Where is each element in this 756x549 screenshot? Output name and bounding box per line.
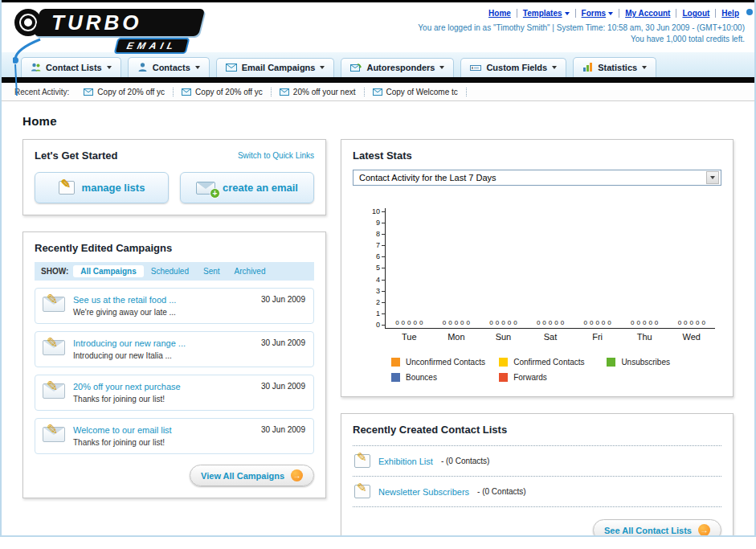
chart-value-label: 0 [595, 319, 599, 326]
chart-value-label: 0 [501, 319, 505, 326]
chart-value-label: 0 [590, 319, 593, 326]
pencil-glyph: ✎ [47, 334, 58, 351]
chevron-down-icon [565, 12, 570, 15]
chart-value-label: 0 [684, 319, 687, 326]
chevron-down-icon [195, 66, 200, 69]
pencil-glyph: ✎ [47, 378, 58, 395]
chart-plot-area: 00000000000000000000000000000000000 [385, 208, 715, 329]
chart-y-tick: 6 [376, 253, 385, 260]
top-link-templates[interactable]: Templates [517, 9, 575, 18]
select-dropdown-icon[interactable] [706, 171, 719, 184]
recent-activity-item[interactable]: Copy of 20% off yc [76, 88, 174, 96]
top-link-help[interactable]: Help [716, 9, 745, 18]
top-link-logout[interactable]: Logout [676, 9, 715, 18]
view-all-campaigns-button[interactable]: View All Campaigns → [190, 465, 314, 486]
contact-list-detail: - (0 Contacts) [477, 487, 526, 496]
top-link-forms[interactable]: Forms [576, 9, 619, 18]
chart-bar-group: 00000 [386, 208, 433, 328]
switch-quick-links-link[interactable]: Switch to Quick Links [238, 151, 314, 160]
top-link-my-account[interactable]: My Account [619, 9, 676, 18]
chart-bar-group: 00000 [574, 208, 621, 328]
manage-lists-label: manage lists [82, 182, 145, 194]
chart-y-tick: 4 [376, 277, 385, 284]
chart-legend-item: Unsubscribes [607, 358, 714, 367]
chevron-down-icon [642, 66, 647, 69]
campaign-subtitle: Thanks for joining our list! [73, 395, 181, 404]
campaign-row[interactable]: ✎ 20% off your next purchase Thanks for … [35, 375, 314, 411]
nav-tab-statistics[interactable]: Statistics [573, 57, 656, 77]
latest-stats-title: Latest Stats [353, 150, 721, 162]
chart-x-tick-label: Wed [668, 329, 715, 342]
pencil-glyph: ✎ [357, 481, 367, 495]
pencil-paper-icon: ✎ [354, 485, 370, 498]
nav-tab-autoresponders[interactable]: Autoresponders [341, 58, 454, 77]
manage-lists-button[interactable]: ✎ manage lists [35, 172, 169, 203]
left-column: Let's Get Started Switch to Quick Links … [22, 139, 326, 514]
arrow-right-icon: → [291, 469, 303, 481]
recent-activity-item[interactable]: 20% off your next [272, 88, 365, 96]
filter-tab-scheduled[interactable]: Scheduled [144, 265, 196, 277]
custom-fields-icon [470, 63, 481, 72]
autoresponders-icon [350, 64, 362, 72]
logo-word-turbo: TURBO [51, 10, 141, 35]
nav-tab-contact-lists[interactable]: Contact Lists [21, 57, 121, 77]
get-started-title: Let's Get Started [35, 150, 118, 162]
recent-activity-text: Copy of 20% off yc [195, 88, 263, 96]
pencil-paper-icon: ✎ [354, 454, 370, 468]
stats-period-select[interactable]: Contact Activity for the Last 7 Days [353, 170, 721, 186]
header-right: Home Templates Forms My Account Logout H… [418, 7, 745, 51]
campaign-row[interactable]: ✎ Introducing our new range ... Introduc… [35, 331, 314, 367]
nav-tab-contacts[interactable]: Contacts [128, 57, 210, 77]
chart-value-label: 0 [407, 319, 411, 326]
filter-tab-sent[interactable]: Sent [196, 265, 227, 277]
main-content: Home Let's Get Started Switch to Quick L… [2, 101, 754, 537]
chart-value-label: 0 [419, 319, 423, 326]
nav-tab-email-campaigns[interactable]: Email Campaigns [216, 58, 335, 77]
chart-y-tick: 3 [376, 288, 385, 295]
recent-activity-item[interactable]: Copy of Welcome tc [365, 88, 467, 96]
chart-x-tick-label: Thu [621, 329, 668, 342]
chart-x-tick-label: Tue [386, 329, 433, 342]
nav-tab-custom-fields[interactable]: Custom Fields [460, 58, 566, 77]
campaign-row[interactable]: ✎ See us at the retail food ... We're gi… [35, 288, 314, 324]
turbo-email-logo: TURBO EMAIL [13, 7, 238, 52]
contact-list-name-link[interactable]: Exhibition List [378, 457, 433, 466]
main-nav: Contact Lists Contacts Email Campaigns A… [2, 52, 754, 77]
campaign-title-link[interactable]: Welcome to our email list [73, 425, 172, 435]
campaign-title-link[interactable]: Introducing our new range ... [73, 338, 186, 348]
top-link-wrap: Forms [575, 9, 619, 18]
nav-tab-label: Custom Fields [486, 63, 547, 72]
see-all-contact-lists-button[interactable]: See All Contact Lists → [593, 519, 721, 537]
campaign-title-link[interactable]: 20% off your next purchase [73, 382, 181, 391]
filter-tab-archived[interactable]: Archived [227, 265, 273, 277]
contact-list-item[interactable]: ✎ Exhibition List - (0 Contacts) [353, 446, 721, 477]
latest-stats-panel: Latest Stats Contact Activity for the La… [341, 139, 734, 397]
contact-list-name-link[interactable]: Newsletter Subscribers [378, 487, 469, 497]
chart-bar-group: 00000 [433, 208, 480, 328]
legend-label: Bounces [406, 373, 437, 382]
create-email-button[interactable]: + create an email [180, 172, 314, 203]
chart-x-tick-label: Sun [480, 329, 527, 342]
top-link-home[interactable]: Home [483, 9, 517, 18]
contact-list-item[interactable]: ✎ Newsletter Subscribers - (0 Contacts) [353, 477, 721, 507]
top-link-label: My Account [625, 9, 670, 18]
right-column: Latest Stats Contact Activity for the La… [341, 139, 734, 537]
chart-value-label: 0 [496, 319, 499, 326]
chart-value-label: 0 [637, 319, 640, 326]
campaign-envelope-pencil-icon: ✎ [43, 340, 65, 355]
chart-value-label: 0 [554, 319, 558, 326]
legend-swatch [607, 358, 615, 367]
campaign-title-link[interactable]: See us at the retail food ... [73, 295, 176, 305]
chevron-down-icon [320, 66, 325, 69]
view-all-campaigns-label: View All Campaigns [201, 471, 284, 481]
nav-tab-label: Contact Lists [46, 63, 102, 72]
campaign-row[interactable]: ✎ Welcome to our email list Thanks for j… [35, 418, 314, 454]
nav-tab-label: Statistics [598, 63, 637, 72]
chart-value-label: 0 [489, 319, 492, 326]
chart-value-label: 0 [402, 319, 405, 326]
recent-activity-item[interactable]: Copy of 20% off yc [174, 88, 272, 96]
filter-tab-all-campaigns[interactable]: All Campaigns [73, 265, 143, 277]
legend-label: Forwards [513, 373, 547, 382]
chart-value-label: 0 [467, 319, 470, 326]
chart-y-tick: 5 [376, 264, 385, 272]
